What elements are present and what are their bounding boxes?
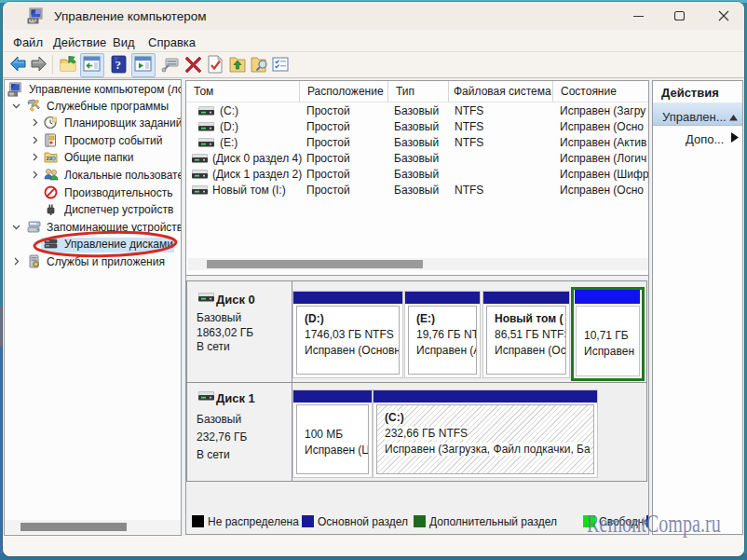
svg-text:?: ? [115,58,122,72]
